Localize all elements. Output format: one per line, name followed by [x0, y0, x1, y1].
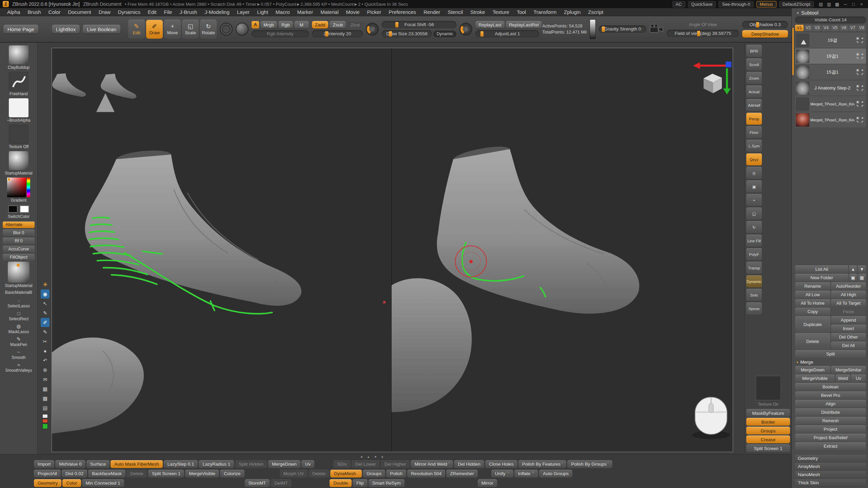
subtool-tab-v4[interactable]: V4: [822, 25, 830, 31]
pen-icon[interactable]: ✎: [855, 72, 860, 76]
del-mt-button[interactable]: DelMT: [271, 479, 292, 487]
frame-button[interactable]: ▣: [746, 180, 762, 192]
color-chip[interactable]: [42, 414, 48, 418]
import-button[interactable]: Import: [34, 460, 54, 468]
merge-similar-button[interactable]: MergeSimilar: [831, 366, 866, 374]
dist-slider[interactable]: Dist 0.02: [62, 470, 87, 477]
scroll-arrow-icon[interactable]: ▼: [374, 455, 377, 459]
orientation-gizmo[interactable]: [693, 62, 731, 95]
subtool-item[interactable]: 19걸 ◉ ● ✎ ✐: [795, 33, 866, 48]
zadd-button[interactable]: Zadd: [312, 21, 329, 28]
accucurve-button[interactable]: AccuCurve: [3, 246, 35, 252]
menu-item[interactable]: Brush: [24, 8, 44, 16]
list-all-button[interactable]: List All: [795, 265, 848, 273]
folder-icon[interactable]: ▣: [849, 274, 857, 282]
pen2-icon[interactable]: ✐: [860, 104, 865, 108]
paint-icon[interactable]: ●: [860, 84, 865, 88]
switch-color[interactable]: [8, 205, 29, 213]
groups-toggle[interactable]: Groups: [363, 470, 385, 477]
pen2-icon[interactable]: ✐: [860, 88, 865, 92]
rotate3d-button[interactable]: ↻: [746, 221, 762, 233]
polyf-button[interactable]: PolyF: [746, 248, 762, 260]
pen2-icon[interactable]: ✐: [860, 120, 865, 124]
color-picker[interactable]: [7, 178, 30, 197]
bottom-sole-model[interactable]: [392, 278, 472, 412]
curve-pen-icon[interactable]: ✐: [41, 318, 50, 327]
xpose-button[interactable]: Xpose: [746, 302, 762, 314]
split-screen-slider[interactable]: Split Screen 1: [746, 444, 790, 452]
draw-size-slider[interactable]: Draw Size 23.30558: [382, 30, 432, 38]
menu-item[interactable]: Zscript: [584, 8, 607, 16]
actual-button[interactable]: Actual: [746, 85, 762, 98]
pointer-icon[interactable]: ↖: [41, 299, 50, 308]
ac-button[interactable]: AC: [672, 1, 685, 7]
dynamic-toggle[interactable]: Dynamic: [433, 30, 457, 37]
persp-button[interactable]: Persp: [746, 113, 762, 125]
smooth-button[interactable]: ~ Smooth: [12, 349, 25, 361]
pen-icon[interactable]: ✎: [855, 88, 860, 92]
mask-pen-button[interactable]: ✎ MaskPen: [10, 337, 27, 348]
draw-mode-button[interactable]: ✐ Draw: [146, 20, 163, 39]
border-button[interactable]: Border: [746, 418, 790, 426]
menu-item[interactable]: Alpha: [3, 8, 24, 16]
move3d-button[interactable]: +: [746, 194, 762, 206]
delete-stroke-icon[interactable]: ⊗: [41, 365, 50, 374]
inflate-slider[interactable]: Inflate↑↓: [514, 470, 538, 477]
visibility-icon[interactable]: ◉: [41, 289, 50, 299]
merge-visible-button[interactable]: MergeVisible: [185, 470, 219, 477]
deep-shadow-button[interactable]: DeepShadow: [742, 30, 788, 38]
duplicate-button[interactable]: Duplicate: [795, 316, 830, 332]
menu-item[interactable]: Movie: [342, 8, 363, 16]
aahalf-button[interactable]: AAHalf: [746, 99, 762, 111]
bottom-foot-model[interactable]: [52, 338, 144, 433]
close-icon[interactable]: ×: [858, 2, 865, 7]
uv-toggle-button[interactable]: Uv: [851, 374, 866, 382]
boolean-button[interactable]: Boolean: [795, 383, 866, 391]
scroll-arrow-icon[interactable]: ▲: [367, 455, 370, 459]
all-to-target-button[interactable]: All To Target: [831, 299, 866, 307]
texture-thumb[interactable]: [9, 125, 28, 144]
texture-icon[interactable]: ▩: [41, 394, 50, 403]
paint-icon[interactable]: ●: [860, 36, 865, 40]
left-foot-model[interactable]: [85, 155, 301, 306]
secondary-color-swatch[interactable]: [20, 205, 29, 213]
menu-item[interactable]: Stroke: [467, 8, 489, 16]
geometry-button[interactable]: Geometry: [34, 479, 61, 487]
rgb-intensity-slider[interactable]: Rgb Intensity: [252, 30, 309, 38]
morph-uv-button[interactable]: Morph UV: [280, 470, 308, 477]
menu-item[interactable]: Texture: [489, 8, 513, 16]
paint-icon[interactable]: ●: [860, 68, 865, 72]
restore-icon[interactable]: □: [850, 2, 857, 7]
subtool-tab-v8[interactable]: V8: [857, 25, 866, 31]
del-lower-button[interactable]: Del Lower: [352, 460, 380, 468]
dynamic-persp-button[interactable]: Dynamic: [746, 275, 762, 287]
layout-left-icon[interactable]: ▤: [817, 2, 825, 7]
subtool-tab-v1[interactable]: V1: [795, 25, 804, 31]
subtool-tab-v5[interactable]: V5: [831, 25, 839, 31]
rotate-mode-button[interactable]: ↻ Rotate: [200, 20, 217, 39]
material-thumb[interactable]: [9, 151, 28, 170]
menu-item[interactable]: Marker: [294, 8, 317, 16]
remesh-button[interactable]: Remesh: [795, 417, 866, 425]
knife-icon[interactable]: ✂: [41, 337, 50, 346]
zsub-button[interactable]: Zsub: [330, 21, 346, 28]
eye-icon[interactable]: ◉: [855, 36, 860, 40]
hue-strip[interactable]: [27, 178, 30, 197]
delete-button[interactable]: Delete: [126, 470, 147, 477]
zremesher-button[interactable]: ZRemesher: [446, 470, 478, 477]
menu-item[interactable]: Layer: [233, 8, 254, 16]
paint-icon[interactable]: ●: [860, 100, 865, 104]
fill-object-button[interactable]: FillObject: [3, 254, 35, 261]
uv-button[interactable]: Uv: [301, 460, 315, 468]
move-up-button[interactable]: ▲: [849, 265, 857, 273]
image-icon[interactable]: ▦: [41, 384, 50, 393]
color-chip[interactable]: [42, 419, 48, 423]
colorize-button[interactable]: Colorize: [220, 470, 244, 477]
slider-handle[interactable]: [395, 22, 398, 27]
replay-last-rel-button[interactable]: ReplayLastRel: [506, 21, 542, 28]
merge-down-button[interactable]: MergeDown: [795, 366, 830, 374]
slider-handle[interactable]: [325, 31, 328, 37]
menu-item[interactable]: J-Modeling: [201, 8, 233, 16]
all-low-button[interactable]: All Low: [795, 291, 830, 299]
menu-item[interactable]: Render: [420, 8, 444, 16]
